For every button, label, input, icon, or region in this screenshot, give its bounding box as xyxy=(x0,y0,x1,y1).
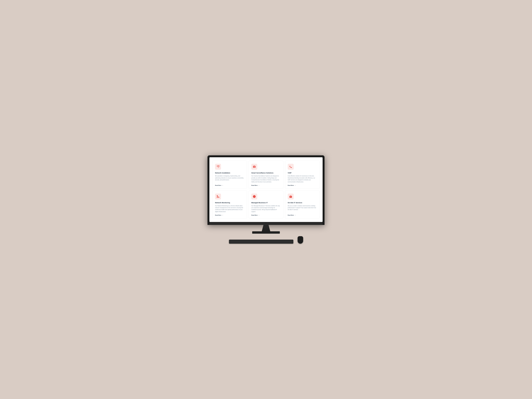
read-more-onsite-it[interactable]: Read More → xyxy=(288,214,317,216)
card-desc-network-monitoring: Our Network Monitoring as a Service (Naa… xyxy=(215,205,244,213)
card-title-voip: VOIP xyxy=(288,172,317,174)
camera-icon-wrap xyxy=(251,164,257,170)
wifi-icon-wrap xyxy=(215,164,221,170)
service-card-voip: VOIP Cost-effective solution for busines… xyxy=(285,161,320,189)
service-card-smart-surveillance: Smart Surveillance Solutions Our Camera … xyxy=(249,161,283,189)
card-title-smart-surveillance: Smart Surveillance Solutions xyxy=(251,172,281,174)
arrow-icon: → xyxy=(294,184,296,186)
card-desc-voip: Cost-effective solution for businesses o… xyxy=(288,175,317,183)
peripherals xyxy=(208,236,324,244)
cards-grid: Network Installation We specialize in de… xyxy=(212,161,320,219)
globe-icon-wrap xyxy=(251,194,257,200)
read-more-smart-surveillance[interactable]: Read More → xyxy=(251,184,281,186)
card-title-onsite-it: On-Site IT Services xyxy=(288,202,317,204)
imac-stand-neck xyxy=(262,225,270,231)
mouse xyxy=(298,236,303,244)
briefcase-icon-wrap xyxy=(288,194,294,200)
keyboard xyxy=(229,240,293,244)
card-desc-onsite-it: Are you a small or medium-sized business… xyxy=(288,205,317,213)
imac-chin:  xyxy=(209,222,323,225)
git-icon-wrap xyxy=(215,194,221,200)
apple-logo-icon:  xyxy=(266,222,266,224)
card-title-network-monitoring: Network Monitoring xyxy=(215,202,244,204)
imac-stand-base xyxy=(252,231,280,234)
read-more-network-monitoring[interactable]: Read More → xyxy=(215,214,244,216)
arrow-icon: → xyxy=(222,214,223,216)
card-desc-smart-surveillance: Our Camera Surveillance Systems are desi… xyxy=(251,175,281,183)
arrow-icon: → xyxy=(258,184,260,186)
service-card-network-monitoring: Network Monitoring Our Network Monitorin… xyxy=(212,190,247,219)
arrow-icon: → xyxy=(258,214,260,216)
card-desc-network-installation: We specialize in designing, implementing… xyxy=(215,175,244,183)
imac-monitor: Network Installation We specialize in de… xyxy=(208,155,324,225)
service-card-onsite-it: On-Site IT Services Are you a small or m… xyxy=(285,190,320,219)
read-more-managed-business-it[interactable]: Read More → xyxy=(251,214,281,216)
read-more-network-installation[interactable]: Read More → xyxy=(215,184,244,186)
imac-screen: Network Installation We specialize in de… xyxy=(209,157,323,222)
card-desc-managed-business-it: Our Managed Business IT Services redefin… xyxy=(251,205,281,213)
svg-point-1 xyxy=(254,166,255,167)
scene: Network Installation We specialize in de… xyxy=(208,155,324,244)
arrow-icon: → xyxy=(222,184,223,186)
read-more-voip[interactable]: Read More → xyxy=(288,184,317,186)
phone-icon-wrap xyxy=(288,164,294,170)
card-title-network-installation: Network Installation xyxy=(215,172,244,174)
svg-point-0 xyxy=(218,167,219,168)
card-title-managed-business-it: Managed Business IT xyxy=(251,202,281,204)
service-card-network-installation: Network Installation We specialize in de… xyxy=(212,161,247,189)
arrow-icon: → xyxy=(294,214,296,216)
service-card-managed-business-it: Managed Business IT Our Managed Business… xyxy=(249,190,283,219)
